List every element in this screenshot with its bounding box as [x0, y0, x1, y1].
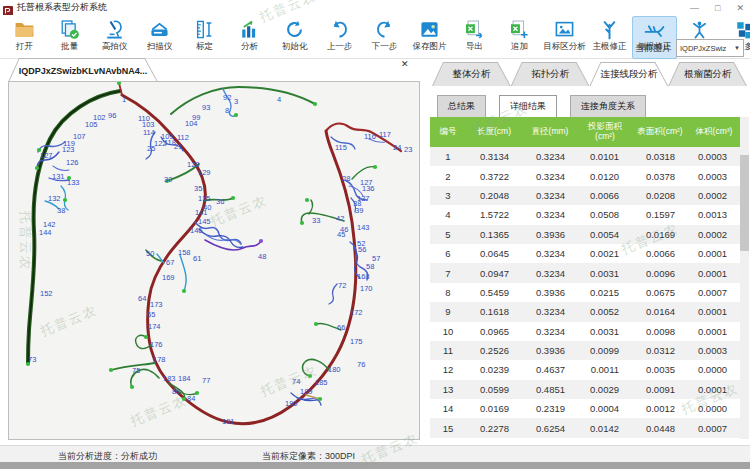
save-image-button[interactable]: 保存图片	[407, 16, 452, 59]
cell-value: 0.3234	[522, 190, 578, 201]
cell-value: 0.0054	[578, 229, 632, 240]
annotation-label: 24	[393, 143, 401, 152]
table-body: 10.31340.32340.01010.03180.000320.37220.…	[430, 147, 740, 438]
cell-value: 0.1365	[466, 229, 522, 240]
maximize-button[interactable]: □	[715, 4, 720, 13]
bottom-strip	[0, 462, 750, 469]
annotation-label: 191	[222, 417, 235, 426]
toolbar-button-label: 上一步	[327, 41, 353, 53]
undo-button[interactable]: 上一步	[317, 16, 362, 59]
table-row[interactable]: 60.06450.32340.00210.00660.0001	[430, 244, 740, 263]
save-image-icon	[419, 19, 440, 40]
analyze-button[interactable]: 分析	[227, 16, 272, 59]
table-row[interactable]: 70.09470.32340.00310.00960.0001	[430, 263, 740, 282]
tab-1[interactable]: 拓扑分析	[511, 62, 590, 86]
scanner-button[interactable]: 扫描仪	[137, 16, 182, 59]
table-scrollbar[interactable]	[740, 117, 749, 439]
root-image-canvas[interactable]: 1923493899104102961051071191231271261311…	[8, 81, 420, 440]
table-row[interactable]: 41.57220.32340.05080.15970.0013	[430, 205, 740, 224]
annotation-label: 175	[350, 337, 363, 346]
annotation-label: 114	[143, 128, 155, 137]
table-row[interactable]: 20.37220.32340.01200.03780.0003	[430, 166, 740, 185]
table-row[interactable]: 100.09650.32340.00310.00980.0001	[430, 322, 740, 341]
annotation-label: 176	[150, 340, 163, 349]
toolbar-button-label: 批量	[61, 41, 78, 53]
cell-id: 3	[430, 190, 466, 201]
table-scrollbar-thumb[interactable]	[740, 155, 749, 251]
cell-id: 5	[430, 229, 466, 240]
annotation-label: 184	[178, 374, 191, 383]
tab-3[interactable]: 根瘤菌分析	[668, 62, 747, 86]
image-tab[interactable]: IQDPJxZSwizbKLvNAvbNA4...	[8, 58, 158, 82]
cell-value: 0.0169	[632, 229, 688, 240]
table-row[interactable]: 140.01690.23190.00040.00120.0000	[430, 399, 740, 418]
toolbar-button-label: 分析	[241, 41, 258, 53]
cell-value: 0.0318	[632, 151, 688, 162]
cell-value: 0.6254	[522, 423, 578, 434]
main-root-icon	[599, 19, 620, 40]
column-header-3: 投影面积 (cm²)	[578, 117, 632, 147]
close-button[interactable]: ✕	[736, 4, 744, 13]
result-button-0[interactable]: 总结果	[437, 95, 486, 118]
current-image-dropdown[interactable]: IQDPJxZSwizbk ▼	[676, 39, 744, 57]
annotation-label: 158	[178, 248, 191, 257]
table-row[interactable]: 30.20480.32340.00660.02080.0002	[430, 186, 740, 205]
main-root-button[interactable]: 主根修正	[587, 16, 632, 59]
reset-button[interactable]: 初始化	[272, 16, 317, 59]
export-button[interactable]: 导出	[452, 16, 497, 59]
annotation-label: 131	[52, 172, 65, 181]
tab-0[interactable]: 整体分析	[432, 62, 511, 86]
cell-value: 0.0001	[688, 306, 740, 317]
column-header-4: 表面积(cm²)	[632, 117, 688, 147]
export-icon	[464, 19, 485, 40]
annotation-label: 112	[177, 133, 189, 142]
annotation-label: 169	[162, 273, 175, 282]
annotation-label: 21	[174, 142, 182, 151]
toolbar-button-label: 打开	[16, 41, 33, 53]
annotation-label: 180	[328, 365, 341, 374]
append-icon	[509, 19, 530, 40]
cell-value: 0.0091	[632, 384, 688, 395]
table-row[interactable]: 120.02390.46370.00110.00350.0000	[430, 360, 740, 379]
window-controls: — □ ✕	[690, 0, 744, 16]
current-image-group: 当前图片 IQDPJxZSwizbk ▼	[635, 39, 744, 57]
cell-id: 10	[430, 326, 466, 337]
tab-label: 根瘤菌分析	[669, 63, 746, 86]
table-row[interactable]: 10.31340.32340.01010.03180.0003	[430, 147, 740, 166]
result-button-1[interactable]: 详细结果	[499, 95, 557, 118]
annotation-label: 23	[404, 145, 412, 154]
folder-button[interactable]: 打开	[2, 16, 47, 59]
doc-camera-icon	[104, 19, 125, 40]
cell-value: 0.0007	[688, 423, 740, 434]
table-row[interactable]: 80.54590.39360.02150.06750.0007	[430, 283, 740, 302]
batch-button[interactable]: 批量	[47, 16, 92, 59]
column-header-0: 编号	[430, 117, 466, 147]
table-row[interactable]: 90.16180.32340.00520.01640.0001	[430, 302, 740, 321]
table-row[interactable]: 130.05990.48510.00290.00910.0001	[430, 380, 740, 399]
table-row[interactable]: 150.22780.62540.01420.04480.0007	[430, 418, 740, 437]
cell-value: 0.3722	[466, 171, 522, 182]
result-button-2[interactable]: 连接角度关系	[570, 95, 646, 118]
cell-value: 0.0003	[688, 345, 740, 356]
minimize-button[interactable]: —	[690, 4, 699, 13]
append-button[interactable]: 追加	[497, 16, 542, 59]
cell-value: 0.1597	[632, 209, 688, 220]
table-row[interactable]: 110.25260.39360.00990.03120.0003	[430, 341, 740, 360]
annotation-label: 92	[223, 93, 231, 102]
annotation-label: 132	[48, 194, 61, 203]
calibrate-button[interactable]: 标定	[182, 16, 227, 59]
table-row[interactable]: 50.13650.39360.00540.01690.0002	[430, 225, 740, 244]
tab-close-icon[interactable]: ✕	[401, 60, 409, 69]
cell-value: 0.0029	[578, 384, 632, 395]
scanner-icon	[149, 19, 170, 40]
cell-value: 0.0645	[466, 248, 522, 259]
tab-2[interactable]: 连接线段分析	[590, 62, 669, 86]
target-area-button[interactable]: 目标区分析	[542, 16, 587, 59]
table-header-row: 编号长度(cm)直径(mm)投影面积 (cm²)表面积(cm²)体积(cm³)	[430, 117, 740, 147]
redo-button[interactable]: 下一步	[362, 16, 407, 59]
annotation-label: 8	[225, 106, 229, 115]
cell-value: 0.2278	[466, 423, 522, 434]
cell-value: 0.0035	[632, 364, 688, 375]
chevron-down-icon: ▼	[734, 45, 740, 51]
doc-camera-button[interactable]: 高拍仪	[92, 16, 137, 59]
